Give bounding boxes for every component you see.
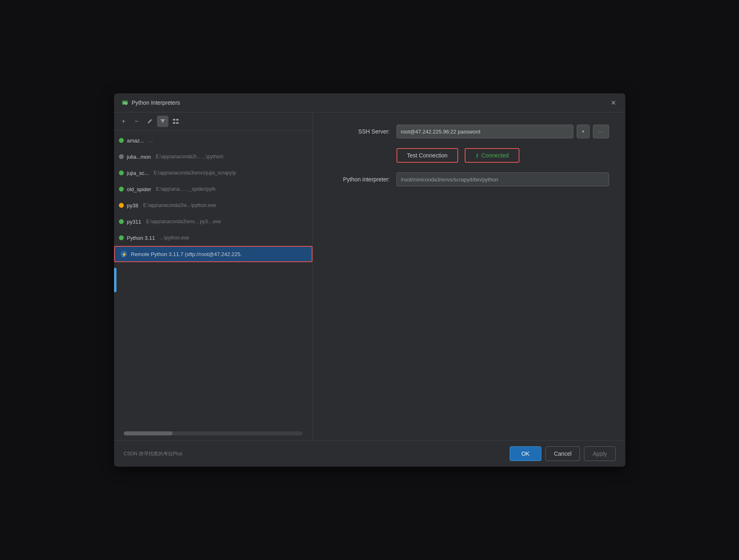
dialog-titlebar: Py Python Interpreters ✕ bbox=[114, 93, 625, 112]
interpreter-name: amaz... bbox=[127, 138, 144, 144]
selected-interpreter-item[interactable]: ⚡ Remote Python 3.11.7 (sftp://root@47.2… bbox=[114, 246, 312, 262]
ssh-server-input[interactable] bbox=[396, 125, 573, 138]
footer-buttons: OK Cancel Apply bbox=[510, 446, 616, 461]
status-indicator bbox=[119, 138, 124, 143]
interpreter-path: ... bbox=[149, 138, 153, 143]
selection-indicator bbox=[114, 268, 116, 292]
svg-rect-5 bbox=[176, 122, 179, 124]
left-panel: + − bbox=[114, 112, 313, 440]
python-interpreter-input-group bbox=[396, 172, 609, 186]
interpreter-path: E:\app\anaconda3\env... py3....exe bbox=[146, 219, 221, 224]
filter-button[interactable] bbox=[157, 116, 168, 127]
tree-view-button[interactable] bbox=[170, 116, 181, 127]
scrollbar-thumb[interactable] bbox=[124, 431, 172, 435]
ssh-server-dropdown-button[interactable]: ▾ bbox=[577, 125, 590, 138]
interpreter-item[interactable]: py38 E:\app\anaconda3\e...\python.exe bbox=[114, 197, 312, 213]
edit-interpreter-button[interactable] bbox=[144, 116, 155, 127]
scrollbar-track[interactable] bbox=[124, 431, 303, 435]
status-indicator bbox=[119, 187, 124, 192]
interpreter-item[interactable]: Python 3.11 ...\python.exe bbox=[114, 230, 312, 246]
ssh-server-browse-button[interactable]: ··· bbox=[593, 125, 609, 138]
interpreter-path: E:\app\anaconda3\envs\jujia_scrapy\p bbox=[154, 170, 236, 176]
ssh-server-label: SSH Server: bbox=[329, 128, 390, 135]
status-indicator bbox=[119, 203, 124, 208]
dialog-title: Python Interpreters bbox=[132, 99, 180, 106]
cancel-button[interactable]: Cancel bbox=[545, 446, 580, 461]
right-panel: SSH Server: ▾ ··· Test Connection ⚷ Conn… bbox=[313, 112, 625, 440]
interpreter-list: amaz... ... julia...mon E:\app\anaconda3… bbox=[114, 131, 312, 428]
interpreter-name: py38 bbox=[127, 202, 138, 209]
ok-button[interactable]: OK bbox=[510, 446, 541, 461]
svg-text:Py: Py bbox=[123, 101, 127, 105]
interpreter-path: ...\python.exe bbox=[160, 235, 189, 241]
python-interpreter-input[interactable] bbox=[396, 172, 609, 186]
interpreter-item[interactable]: amaz... ... bbox=[114, 132, 312, 149]
dialog-body: + − bbox=[114, 112, 625, 440]
interpreter-item[interactable]: jujia_sc... E:\app\anaconda3\envs\jujia_… bbox=[114, 165, 312, 181]
connection-buttons-row: Test Connection ⚷ Connected bbox=[396, 148, 609, 163]
interpreter-path: E:\app\anaconda3\... ...\python\ bbox=[156, 154, 224, 159]
interpreter-item[interactable]: old_spider E:\app\ana... ..._spider\pyth bbox=[114, 181, 312, 197]
interpreter-name: Python 3.11 bbox=[127, 235, 155, 241]
python-interpreter-row: Python interpreter: bbox=[329, 172, 609, 186]
apply-button[interactable]: Apply bbox=[584, 446, 615, 461]
dialog-icon: Py bbox=[121, 99, 129, 106]
interpreter-name: py311 bbox=[127, 219, 141, 225]
status-indicator bbox=[119, 154, 124, 159]
ssh-server-input-group: ▾ ··· bbox=[396, 125, 609, 138]
status-indicator bbox=[119, 235, 124, 240]
interpreter-name: jujia_sc... bbox=[127, 170, 149, 176]
svg-rect-2 bbox=[173, 119, 175, 121]
interpreter-name: Remote Python 3.11.7 (sftp://root@47.242… bbox=[131, 251, 242, 257]
svg-text:⚡: ⚡ bbox=[121, 252, 127, 257]
interpreter-item[interactable]: julia...mon E:\app\anaconda3\... ...\pyt… bbox=[114, 149, 312, 165]
interpreter-path: E:\app\ana... ..._spider\pyth bbox=[156, 186, 216, 192]
test-connection-button[interactable]: Test Connection bbox=[396, 148, 458, 163]
python-interpreter-label: Python interpreter: bbox=[329, 176, 390, 183]
interpreter-path: E:\app\anaconda3\e...\python.exe bbox=[143, 202, 216, 208]
connected-icon: ⚷ bbox=[475, 153, 479, 158]
dialog-footer: CSDN @寻找窝的考拉Plus OK Cancel Apply bbox=[114, 440, 625, 467]
interpreter-name: old_spider bbox=[127, 186, 151, 192]
interpreter-name: julia...mon bbox=[127, 154, 151, 160]
connected-button[interactable]: ⚷ Connected bbox=[465, 148, 519, 163]
toolbar: + − bbox=[114, 112, 312, 131]
connected-label: Connected bbox=[481, 152, 509, 159]
interpreter-item[interactable]: py311 E:\app\anaconda3\env... py3....exe bbox=[114, 213, 312, 230]
ssh-server-row: SSH Server: ▾ ··· bbox=[329, 125, 609, 138]
status-indicator bbox=[119, 219, 124, 224]
svg-rect-3 bbox=[176, 119, 179, 121]
svg-rect-4 bbox=[173, 122, 175, 124]
remove-interpreter-button[interactable]: − bbox=[131, 116, 142, 127]
close-button[interactable]: ✕ bbox=[609, 98, 618, 107]
status-indicator bbox=[119, 170, 124, 175]
remote-interpreter-icon: ⚡ bbox=[120, 250, 128, 258]
add-interpreter-button[interactable]: + bbox=[118, 116, 129, 127]
watermark: CSDN @寻找窝的考拉Plus bbox=[124, 450, 183, 457]
